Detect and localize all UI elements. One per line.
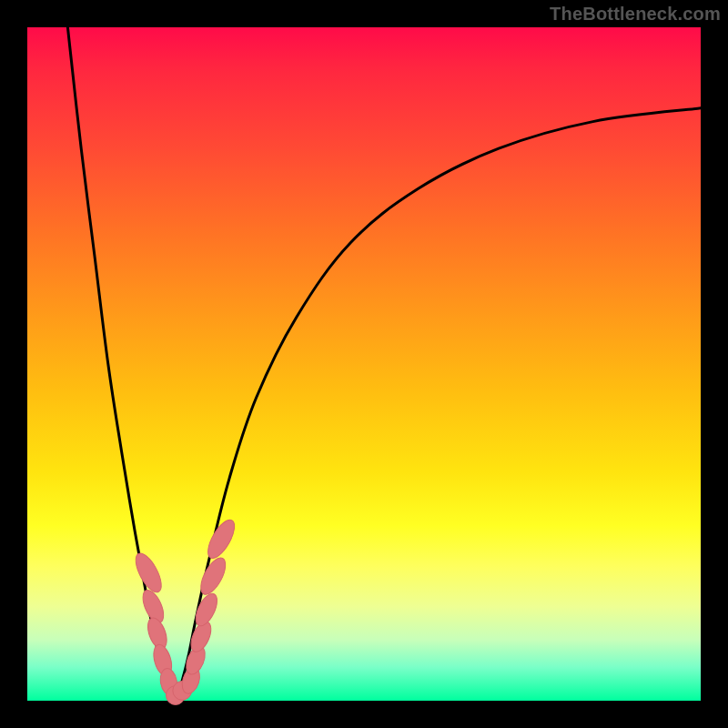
curve-group [67,27,701,701]
chart-frame: TheBottleneck.com [0,0,728,728]
marker-group [131,516,240,704]
data-marker-12 [203,516,239,562]
curves-svg [27,27,701,701]
curve-right-curve [176,108,701,701]
data-marker-11 [196,554,230,598]
data-marker-0 [131,550,167,596]
watermark-text: TheBottleneck.com [550,4,721,25]
plot-area [27,27,701,701]
